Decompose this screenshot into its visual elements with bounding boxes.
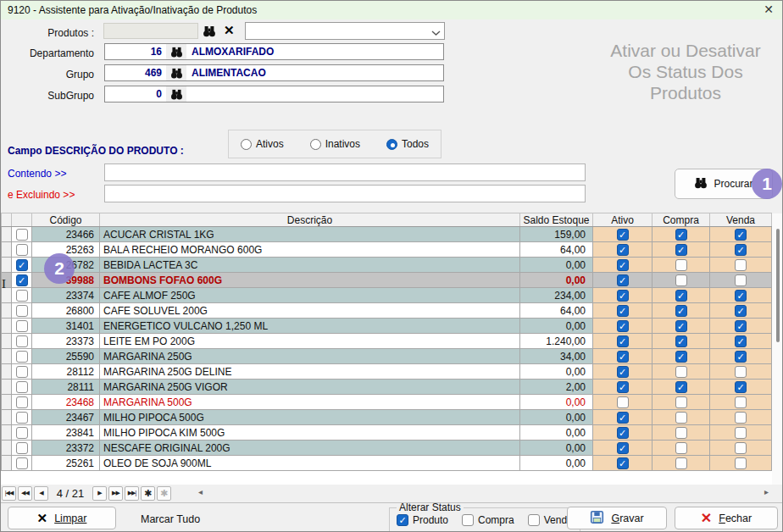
fast-prev-button[interactable]: ◀◀ — [18, 486, 32, 501]
compra-checkbox[interactable] — [675, 412, 687, 424]
table-row[interactable]: 23467MILHO PIPOCA 500G0,00 — [2, 410, 772, 425]
row-select-checkbox[interactable] — [16, 366, 28, 378]
venda-checkbox[interactable] — [735, 442, 747, 454]
excluindo-input[interactable] — [104, 185, 586, 202]
row-select-cell[interactable] — [12, 319, 32, 334]
produtos-input[interactable] — [103, 23, 198, 39]
row-select-checkbox[interactable] — [16, 442, 28, 454]
ativo-checkbox[interactable] — [617, 259, 629, 271]
venda-cell[interactable] — [710, 319, 772, 334]
prev-record-button[interactable]: ◀ — [34, 486, 48, 501]
venda-cell[interactable] — [710, 364, 772, 380]
row-select-checkbox[interactable] — [16, 244, 28, 256]
compra-checkbox[interactable] — [675, 351, 687, 363]
compra-cell[interactable] — [652, 227, 710, 242]
compra-checkbox[interactable] — [675, 290, 687, 302]
gravar-button[interactable]: Gravar — [567, 507, 667, 529]
row-select-cell[interactable] — [12, 288, 32, 303]
venda-checkbox[interactable] — [735, 457, 747, 469]
departamento-search-icon[interactable] — [166, 43, 187, 60]
compra-cell[interactable] — [652, 288, 710, 303]
ativo-checkbox[interactable] — [617, 274, 629, 286]
status-option-venda[interactable]: Venda — [528, 514, 573, 526]
table-row[interactable]: 26782BEBIDA LACTEA 3C0,00 — [2, 258, 772, 273]
compra-checkbox[interactable] — [675, 442, 687, 454]
ativo-checkbox[interactable] — [617, 244, 629, 256]
insert-record-button[interactable]: ✱ — [141, 486, 155, 501]
ativo-checkbox[interactable] — [617, 229, 629, 241]
venda-checkbox[interactable] — [735, 229, 747, 241]
hscroll-left-arrow-icon[interactable]: ◂ — [198, 487, 203, 496]
header-venda[interactable]: Venda — [710, 213, 772, 227]
table-row[interactable]: 28111MARGARINA 250G VIGOR2,00 — [2, 380, 772, 395]
row-select-cell[interactable] — [12, 425, 32, 441]
close-icon[interactable]: ✕ — [764, 3, 774, 16]
compra-cell[interactable] — [652, 364, 710, 380]
row-select-checkbox[interactable] — [16, 290, 28, 302]
row-select-checkbox[interactable] — [16, 229, 28, 241]
compra-cell[interactable] — [652, 258, 710, 273]
compra-cell[interactable] — [652, 242, 710, 258]
compra-checkbox[interactable] — [675, 244, 687, 256]
departamento-code-field[interactable]: 16 — [104, 43, 167, 60]
radio-inativos[interactable]: Inativos — [310, 138, 360, 150]
table-row[interactable]: 23468MARGARINA 500G0,00 — [2, 395, 772, 410]
ativo-checkbox[interactable] — [617, 305, 629, 317]
table-row[interactable]: 23374CAFE ALMOF 250G234,00 — [2, 288, 772, 303]
ativo-checkbox[interactable] — [617, 396, 629, 408]
compra-cell[interactable] — [652, 349, 710, 364]
row-select-checkbox[interactable] — [16, 320, 28, 332]
search-icon[interactable] — [203, 25, 216, 41]
venda-cell[interactable] — [710, 227, 772, 242]
ativo-cell[interactable] — [593, 227, 652, 242]
venda-checkbox[interactable] — [735, 427, 747, 439]
ativo-cell[interactable] — [593, 441, 652, 456]
ativo-cell[interactable] — [593, 334, 652, 349]
header-compra[interactable]: Compra — [652, 213, 710, 227]
compra-checkbox[interactable] — [675, 259, 687, 271]
venda-checkbox[interactable] — [528, 514, 540, 526]
table-row[interactable]: 39988BOMBONS FOFAO 600G0,00 — [2, 273, 772, 288]
clear-icon[interactable]: ✕ — [224, 23, 235, 38]
row-select-cell[interactable] — [12, 227, 32, 242]
next-record-button[interactable]: ▶ — [92, 486, 107, 501]
row-select-checkbox[interactable] — [16, 381, 28, 393]
row-select-checkbox[interactable] — [16, 457, 28, 469]
vertical-scrollbar[interactable] — [772, 213, 783, 485]
header-saldo[interactable]: Saldo Estoque — [520, 213, 593, 227]
compra-checkbox[interactable] — [675, 305, 687, 317]
marcar-tudo-button[interactable]: Marcar Tudo — [141, 513, 200, 525]
compra-checkbox[interactable] — [675, 427, 687, 439]
venda-checkbox[interactable] — [735, 274, 747, 286]
ativo-checkbox[interactable] — [617, 381, 629, 393]
ativo-cell[interactable] — [593, 273, 652, 288]
ativo-checkbox[interactable] — [617, 412, 629, 424]
venda-cell[interactable] — [710, 425, 772, 441]
venda-checkbox[interactable] — [735, 412, 747, 424]
ativo-cell[interactable] — [593, 380, 652, 395]
ativo-checkbox[interactable] — [617, 457, 629, 469]
table-row[interactable]: 26800CAFE SOLUVEL 200G64,00 — [2, 303, 772, 319]
venda-checkbox[interactable] — [735, 259, 747, 271]
compra-checkbox[interactable] — [675, 396, 687, 408]
ativo-checkbox[interactable] — [617, 351, 629, 363]
row-select-cell[interactable] — [12, 441, 32, 456]
hscroll-right-arrow-icon[interactable]: ▸ — [764, 487, 769, 496]
ativo-cell[interactable] — [593, 410, 652, 425]
venda-cell[interactable] — [710, 288, 772, 303]
compra-cell[interactable] — [652, 425, 710, 441]
subgrupo-code-field[interactable]: 0 — [104, 86, 167, 103]
compra-checkbox[interactable] — [675, 229, 687, 241]
ativo-cell[interactable] — [593, 319, 652, 334]
venda-checkbox[interactable] — [735, 305, 747, 317]
status-option-compra[interactable]: Compra — [462, 514, 514, 526]
ativo-cell[interactable] — [593, 425, 652, 441]
row-select-cell[interactable] — [12, 395, 32, 410]
table-row[interactable]: 25590MARGARINA 250G34,00 — [2, 349, 772, 364]
compra-cell[interactable] — [652, 395, 710, 410]
table-row[interactable]: 25263BALA RECHEIO MORANGO 600G64,00 — [2, 242, 772, 258]
ativo-checkbox[interactable] — [617, 335, 629, 347]
compra-checkbox[interactable] — [675, 366, 687, 378]
row-select-checkbox[interactable] — [16, 274, 28, 286]
compra-cell[interactable] — [652, 410, 710, 425]
